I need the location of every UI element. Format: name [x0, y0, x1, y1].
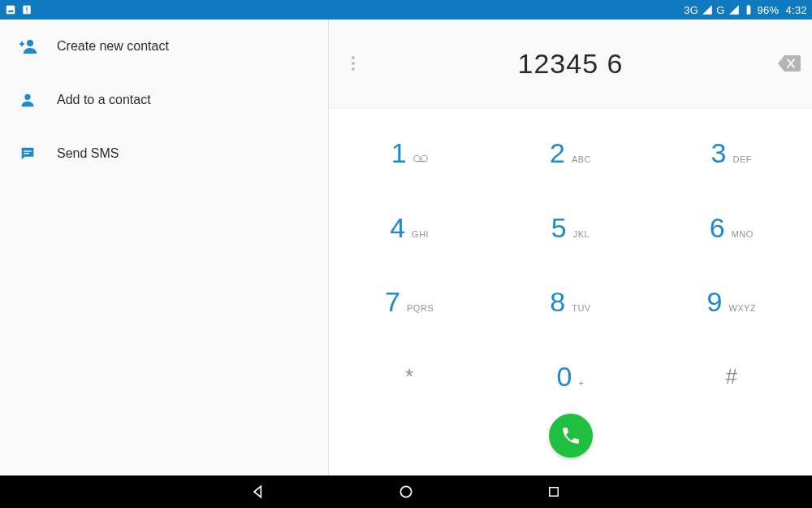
- key-letters: GHI: [412, 229, 429, 239]
- signal-2-icon: [728, 4, 740, 15]
- svg-point-15: [352, 56, 355, 59]
- keypad-key-7[interactable]: 7PQRS: [329, 265, 490, 340]
- person-icon: [16, 91, 39, 109]
- svg-point-22: [400, 486, 411, 497]
- add-to-contact-label: Add to a contact: [57, 93, 151, 107]
- key-digit: 0: [557, 361, 572, 393]
- svg-point-16: [352, 62, 355, 65]
- key-digit: 4: [390, 212, 405, 244]
- svg-point-9: [27, 40, 33, 46]
- recent-apps-button[interactable]: [545, 483, 563, 501]
- number-display-row: 12345 6: [329, 20, 812, 108]
- key-digit: #: [726, 364, 737, 389]
- network-1-label: 3G: [684, 4, 698, 16]
- signal-1-icon: [702, 4, 713, 15]
- svg-rect-7: [746, 6, 750, 14]
- navigation-bar: [0, 475, 812, 508]
- dialed-number: 12345 6: [329, 48, 812, 80]
- key-letters: PQRS: [407, 303, 434, 313]
- key-letters: MNO: [732, 229, 754, 239]
- svg-rect-14: [24, 153, 28, 154]
- home-button[interactable]: [397, 483, 415, 501]
- keypad-key-1[interactable]: 1: [329, 116, 490, 191]
- key-letters: WXYZ: [728, 303, 756, 313]
- network-2-label: G: [716, 4, 724, 16]
- svg-rect-0: [6, 6, 15, 15]
- battery-icon: [743, 4, 754, 15]
- backspace-button[interactable]: [778, 55, 801, 72]
- svg-rect-13: [24, 150, 31, 151]
- keypad-key-9[interactable]: 9WXYZ: [651, 265, 812, 340]
- create-new-contact-item[interactable]: Create new contact: [0, 20, 328, 73]
- key-digit: 2: [550, 137, 565, 169]
- more-options-button[interactable]: [343, 54, 363, 73]
- send-sms-label: Send SMS: [57, 146, 119, 161]
- person-plus-icon: [16, 37, 39, 56]
- svg-rect-4: [26, 11, 27, 12]
- keypad-key-3[interactable]: 3DEF: [651, 116, 812, 191]
- keypad: 12ABC3DEF4GHI5JKL6MNO7PQRS8TUV9WXYZ*0+#: [329, 108, 812, 475]
- keypad-key-#[interactable]: #: [651, 340, 812, 415]
- svg-marker-5: [702, 5, 712, 15]
- keypad-key-8[interactable]: 8TUV: [490, 265, 650, 340]
- key-letters: +: [578, 378, 584, 388]
- message-icon: [16, 145, 39, 163]
- dialer-pane: 12345 6 12ABC3DEF4GHI5JKL6MNO7PQRS8TUV9W…: [329, 20, 812, 475]
- keypad-key-6[interactable]: 6MNO: [651, 191, 812, 266]
- create-new-contact-label: Create new contact: [57, 39, 169, 54]
- key-letters: TUV: [572, 303, 591, 313]
- battery-percent: 96%: [758, 4, 780, 16]
- keypad-key-2[interactable]: 2ABC: [490, 116, 650, 191]
- add-to-contact-item[interactable]: Add to a contact: [0, 73, 328, 127]
- key-digit: 8: [550, 286, 565, 318]
- svg-rect-3: [26, 7, 27, 11]
- svg-point-19: [421, 156, 427, 163]
- voicemail-icon: [413, 154, 428, 163]
- key-digit: 3: [711, 137, 727, 169]
- keypad-key-*[interactable]: *: [329, 340, 490, 415]
- key-letters: ABC: [572, 154, 591, 164]
- key-digit: 5: [551, 212, 567, 244]
- key-digit: 6: [710, 212, 725, 244]
- key-letters: JKL: [573, 229, 590, 239]
- status-time: 4:32: [785, 4, 807, 16]
- keypad-key-0[interactable]: 0+: [490, 340, 650, 415]
- contact-actions-pane: Create new contact Add to a contact Send…: [0, 20, 329, 475]
- warning-icon: [21, 4, 32, 15]
- key-digit: 1: [391, 137, 407, 169]
- status-bar: 3G G 96% 4:32: [0, 0, 812, 20]
- key-digit: 9: [706, 286, 722, 318]
- keypad-key-4[interactable]: 4GHI: [329, 191, 490, 266]
- key-digit: 7: [385, 286, 400, 318]
- gallery-icon: [5, 4, 16, 15]
- back-button[interactable]: [249, 483, 267, 501]
- svg-point-17: [352, 67, 355, 71]
- svg-rect-23: [550, 488, 559, 497]
- svg-point-12: [24, 94, 30, 100]
- key-digit: *: [405, 364, 413, 389]
- keypad-key-5[interactable]: 5JKL: [490, 191, 650, 266]
- svg-rect-8: [747, 5, 749, 7]
- key-letters: DEF: [733, 154, 753, 164]
- call-button[interactable]: [549, 414, 593, 458]
- svg-marker-6: [729, 5, 739, 15]
- svg-point-18: [413, 156, 420, 163]
- send-sms-item[interactable]: Send SMS: [0, 127, 328, 180]
- svg-rect-11: [21, 41, 23, 46]
- svg-marker-21: [254, 486, 261, 497]
